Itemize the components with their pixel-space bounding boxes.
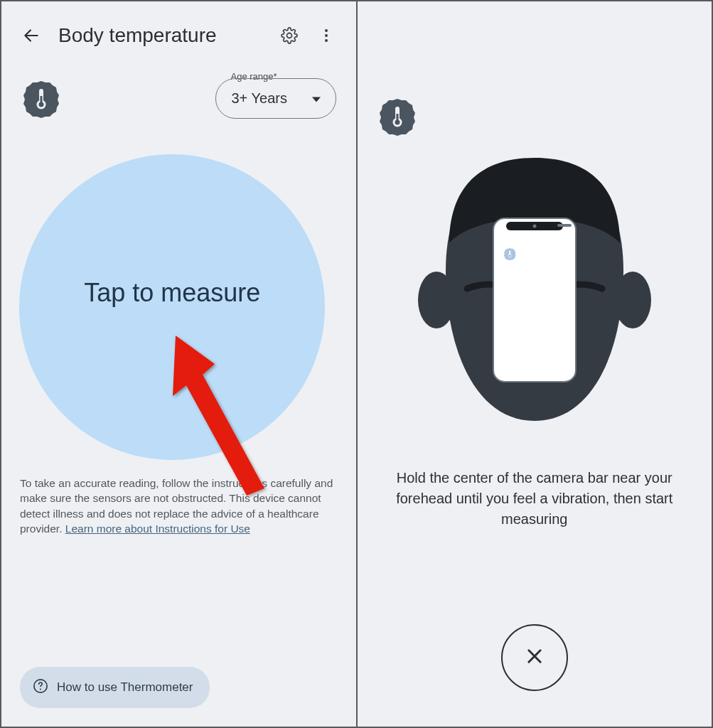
svg-point-17 [532,225,536,228]
help-icon [33,678,48,697]
how-to-use-button[interactable]: How to use Thermometer [20,667,210,708]
tap-to-measure-button[interactable]: Tap to measure [19,154,325,460]
svg-point-1 [325,34,328,37]
svg-point-2 [325,39,328,42]
svg-rect-19 [509,251,510,255]
more-icon[interactable] [316,26,336,46]
instruction-text: Hold the center of the camera bar near y… [358,468,712,530]
svg-point-8 [40,689,41,690]
page-title: Body temperature [58,24,262,47]
back-icon[interactable] [21,26,41,46]
age-range-value: 3+ Years [232,90,287,106]
svg-point-0 [325,29,328,32]
app-header: Body temperature [1,1,356,61]
measure-label: Tap to measure [84,278,260,308]
svg-point-12 [395,120,400,125]
svg-rect-18 [557,224,572,227]
svg-point-21 [509,255,510,257]
forehead-illustration [392,151,677,435]
svg-point-6 [39,102,44,107]
disclaimer-text: To take an accurate reading, follow the … [1,460,356,537]
gear-icon[interactable] [279,26,299,46]
close-icon [525,646,545,669]
thermometer-badge-icon [377,97,417,136]
how-to-use-label: How to use Thermometer [57,680,193,695]
instructions-link[interactable]: Learn more about Instructions for Use [65,523,250,535]
thermometer-badge-icon [21,79,61,119]
chevron-down-icon [311,90,321,107]
screen-hold-instruction: Hold the center of the camera bar near y… [358,1,712,727]
close-button[interactable] [501,624,568,691]
svg-rect-15 [493,218,576,382]
screen-body-temperature: Body temperature Age range* [1,1,358,727]
age-range-select[interactable]: 3+ Years [215,78,336,119]
